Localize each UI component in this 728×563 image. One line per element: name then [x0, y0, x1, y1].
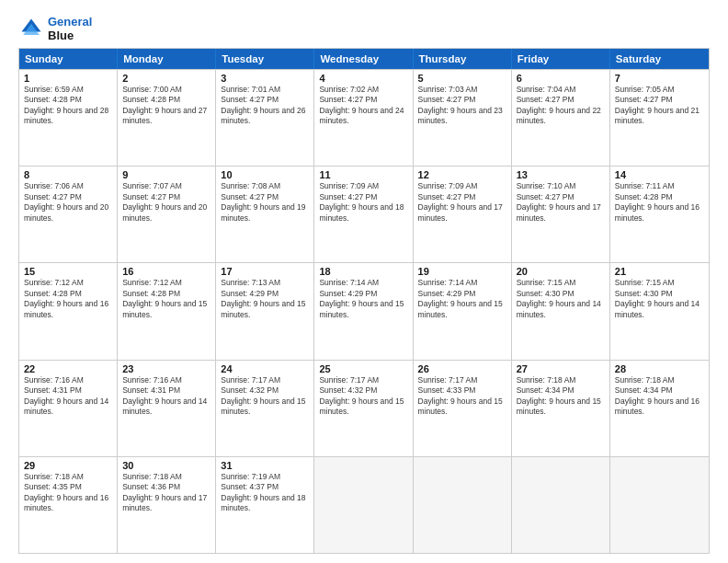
cell-info: Sunrise: 7:19 AMSunset: 4:37 PMDaylight:…: [221, 472, 305, 512]
cell-info: Sunrise: 7:13 AMSunset: 4:29 PMDaylight:…: [221, 278, 305, 318]
cell-info: Sunrise: 7:17 AMSunset: 4:32 PMDaylight:…: [221, 375, 305, 416]
day-number: 3: [221, 73, 309, 84]
header-day-wednesday: Wednesday: [314, 49, 413, 69]
cell-info: Sunrise: 7:15 AMSunset: 4:30 PMDaylight:…: [517, 278, 601, 318]
cal-cell: 10Sunrise: 7:08 AMSunset: 4:27 PMDayligh…: [216, 167, 314, 262]
cal-cell: 3Sunrise: 7:01 AMSunset: 4:27 PMDaylight…: [216, 70, 314, 166]
day-number: 23: [122, 363, 210, 374]
day-number: 26: [418, 363, 506, 374]
cal-cell: 22Sunrise: 7:16 AMSunset: 4:31 PMDayligh…: [19, 361, 118, 456]
cell-info: Sunrise: 7:16 AMSunset: 4:31 PMDaylight:…: [24, 375, 108, 416]
cal-cell: 29Sunrise: 7:18 AMSunset: 4:35 PMDayligh…: [19, 457, 118, 553]
cell-info: Sunrise: 7:11 AMSunset: 4:28 PMDaylight:…: [615, 181, 700, 222]
day-number: 22: [24, 363, 112, 374]
day-number: 8: [24, 169, 112, 180]
header-day-sunday: Sunday: [19, 49, 118, 69]
day-number: 12: [418, 169, 506, 180]
day-number: 17: [221, 266, 309, 277]
cell-info: Sunrise: 7:09 AMSunset: 4:27 PMDaylight:…: [319, 181, 404, 222]
cell-info: Sunrise: 6:59 AMSunset: 4:28 PMDaylight:…: [24, 85, 108, 125]
cal-cell: 5Sunrise: 7:03 AMSunset: 4:27 PMDaylight…: [414, 70, 512, 166]
cal-cell: 4Sunrise: 7:02 AMSunset: 4:27 PMDaylight…: [314, 70, 413, 166]
cell-info: Sunrise: 7:18 AMSunset: 4:36 PMDaylight:…: [122, 472, 207, 512]
cell-info: Sunrise: 7:01 AMSunset: 4:27 PMDaylight:…: [221, 85, 305, 125]
cell-info: Sunrise: 7:10 AMSunset: 4:27 PMDaylight:…: [517, 181, 601, 222]
day-number: 18: [319, 266, 407, 277]
cal-cell: 24Sunrise: 7:17 AMSunset: 4:32 PMDayligh…: [216, 361, 314, 456]
header-day-saturday: Saturday: [610, 49, 709, 69]
day-number: 7: [615, 73, 704, 84]
day-number: 4: [319, 73, 407, 84]
cell-info: Sunrise: 7:17 AMSunset: 4:32 PMDaylight:…: [319, 375, 404, 416]
header-day-tuesday: Tuesday: [216, 49, 314, 69]
day-number: 20: [517, 266, 605, 277]
day-number: 9: [122, 169, 210, 180]
day-number: 1: [24, 73, 112, 84]
cell-info: Sunrise: 7:16 AMSunset: 4:31 PMDaylight:…: [122, 375, 207, 416]
day-number: 27: [517, 363, 605, 374]
cal-cell: 27Sunrise: 7:18 AMSunset: 4:34 PMDayligh…: [512, 361, 610, 456]
cal-cell: 12Sunrise: 7:09 AMSunset: 4:27 PMDayligh…: [414, 167, 512, 262]
cal-cell: 9Sunrise: 7:07 AMSunset: 4:27 PMDaylight…: [118, 167, 216, 262]
header-day-friday: Friday: [512, 49, 610, 69]
cell-info: Sunrise: 7:00 AMSunset: 4:28 PMDaylight:…: [122, 85, 207, 125]
cell-info: Sunrise: 7:08 AMSunset: 4:27 PMDaylight:…: [221, 181, 305, 222]
cell-info: Sunrise: 7:18 AMSunset: 4:34 PMDaylight:…: [615, 375, 700, 416]
cell-info: Sunrise: 7:12 AMSunset: 4:28 PMDaylight:…: [122, 278, 207, 318]
cal-cell: 25Sunrise: 7:17 AMSunset: 4:32 PMDayligh…: [314, 361, 413, 456]
cell-info: Sunrise: 7:12 AMSunset: 4:28 PMDaylight:…: [24, 278, 108, 318]
logo-text: General Blue: [48, 15, 92, 42]
day-number: 13: [517, 169, 605, 180]
cal-cell: 31Sunrise: 7:19 AMSunset: 4:37 PMDayligh…: [216, 457, 314, 553]
day-number: 15: [24, 266, 112, 277]
cell-info: Sunrise: 7:04 AMSunset: 4:27 PMDaylight:…: [517, 85, 601, 125]
day-number: 24: [221, 363, 309, 374]
week-row-1: 1Sunrise: 6:59 AMSunset: 4:28 PMDaylight…: [19, 69, 709, 166]
cal-cell: [512, 457, 610, 553]
day-number: 31: [221, 460, 309, 471]
cal-cell: [610, 457, 709, 553]
cell-info: Sunrise: 7:03 AMSunset: 4:27 PMDaylight:…: [418, 85, 503, 125]
header-day-monday: Monday: [118, 49, 216, 69]
cal-cell: 26Sunrise: 7:17 AMSunset: 4:33 PMDayligh…: [414, 361, 512, 456]
day-number: 28: [615, 363, 704, 374]
cal-cell: 8Sunrise: 7:06 AMSunset: 4:27 PMDaylight…: [19, 167, 118, 262]
cell-info: Sunrise: 7:14 AMSunset: 4:29 PMDaylight:…: [418, 278, 503, 318]
cal-cell: 30Sunrise: 7:18 AMSunset: 4:36 PMDayligh…: [118, 457, 216, 553]
cell-info: Sunrise: 7:18 AMSunset: 4:34 PMDaylight:…: [517, 375, 601, 416]
cell-info: Sunrise: 7:18 AMSunset: 4:35 PMDaylight:…: [24, 472, 108, 512]
day-number: 30: [122, 460, 210, 471]
calendar-header: SundayMondayTuesdayWednesdayThursdayFrid…: [19, 49, 709, 69]
day-number: 19: [418, 266, 506, 277]
week-row-5: 29Sunrise: 7:18 AMSunset: 4:35 PMDayligh…: [19, 456, 709, 553]
cal-cell: 19Sunrise: 7:14 AMSunset: 4:29 PMDayligh…: [414, 263, 512, 359]
cell-info: Sunrise: 7:09 AMSunset: 4:27 PMDaylight:…: [418, 181, 503, 222]
day-number: 16: [122, 266, 210, 277]
cal-cell: 18Sunrise: 7:14 AMSunset: 4:29 PMDayligh…: [314, 263, 413, 359]
cell-info: Sunrise: 7:14 AMSunset: 4:29 PMDaylight:…: [319, 278, 404, 318]
cell-info: Sunrise: 7:17 AMSunset: 4:33 PMDaylight:…: [418, 375, 503, 416]
header-day-thursday: Thursday: [414, 49, 512, 69]
cal-cell: 14Sunrise: 7:11 AMSunset: 4:28 PMDayligh…: [610, 167, 709, 262]
cal-cell: 2Sunrise: 7:00 AMSunset: 4:28 PMDaylight…: [118, 70, 216, 166]
day-number: 25: [319, 363, 407, 374]
week-row-4: 22Sunrise: 7:16 AMSunset: 4:31 PMDayligh…: [19, 360, 709, 456]
logo: General Blue: [18, 15, 92, 42]
day-number: 21: [615, 266, 704, 277]
calendar: SundayMondayTuesdayWednesdayThursdayFrid…: [18, 48, 710, 554]
cal-cell: 20Sunrise: 7:15 AMSunset: 4:30 PMDayligh…: [512, 263, 610, 359]
cal-cell: 17Sunrise: 7:13 AMSunset: 4:29 PMDayligh…: [216, 263, 314, 359]
day-number: 2: [122, 73, 210, 84]
cell-info: Sunrise: 7:02 AMSunset: 4:27 PMDaylight:…: [319, 85, 404, 125]
cal-cell: 1Sunrise: 6:59 AMSunset: 4:28 PMDaylight…: [19, 70, 118, 166]
cell-info: Sunrise: 7:06 AMSunset: 4:27 PMDaylight:…: [24, 181, 108, 222]
cal-cell: 11Sunrise: 7:09 AMSunset: 4:27 PMDayligh…: [314, 167, 413, 262]
day-number: 6: [517, 73, 605, 84]
cal-cell: 13Sunrise: 7:10 AMSunset: 4:27 PMDayligh…: [512, 167, 610, 262]
cal-cell: 16Sunrise: 7:12 AMSunset: 4:28 PMDayligh…: [118, 263, 216, 359]
day-number: 5: [418, 73, 506, 84]
cal-cell: [414, 457, 512, 553]
cell-info: Sunrise: 7:07 AMSunset: 4:27 PMDaylight:…: [122, 181, 207, 222]
day-number: 11: [319, 169, 407, 180]
week-row-2: 8Sunrise: 7:06 AMSunset: 4:27 PMDaylight…: [19, 166, 709, 262]
